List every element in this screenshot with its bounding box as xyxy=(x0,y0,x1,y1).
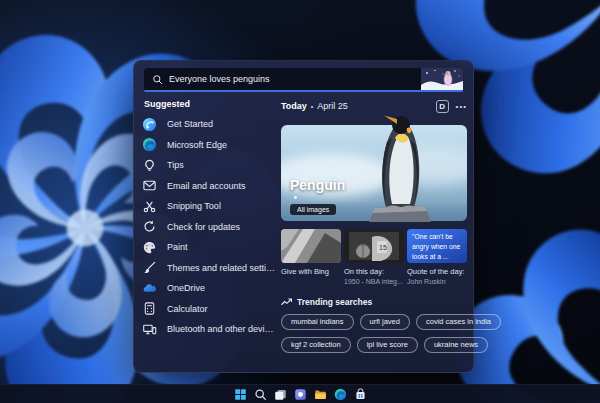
card-on-this-day[interactable]: 15 On this day: 1950 - NBA integ... xyxy=(344,229,404,286)
trending-chip[interactable]: urfi javed xyxy=(360,314,410,330)
suggested-item-label: Email and accounts xyxy=(167,181,246,191)
search-flyout-panel: Suggested Get Started Microsoft xyxy=(133,60,474,373)
tips-bulb-icon xyxy=(142,158,157,173)
hero-title: Penguin xyxy=(290,177,345,193)
suggested-item-label: Bluetooth and other devices sett... xyxy=(167,324,277,334)
calculator-icon xyxy=(142,301,157,316)
taskbar xyxy=(0,384,600,403)
updates-icon xyxy=(142,219,157,234)
trending-section: Trending searches mumbai indians urfi ja… xyxy=(281,297,467,353)
card-subcaption: 1950 - NBA integ... xyxy=(344,277,404,286)
card-caption: Give with Bing xyxy=(281,267,341,277)
quote-text: "One can't be angry when one looks at a … xyxy=(407,229,467,263)
suggested-item-label: OneDrive xyxy=(167,283,205,293)
themes-brush-icon xyxy=(142,260,157,275)
penguin-night-illustration xyxy=(421,68,463,91)
suggested-item-email-accounts[interactable]: Email and accounts xyxy=(142,179,280,193)
trending-chip-row: mumbai indians urfi javed covid cases in… xyxy=(281,314,467,330)
desktop: Suggested Get Started Microsoft xyxy=(0,0,600,403)
suggested-list: Get Started Microsoft Edge Tips xyxy=(142,117,280,336)
suggested-item-label: Themes and related settings xyxy=(167,263,277,273)
widgets-icon[interactable] xyxy=(294,388,307,401)
devices-icon xyxy=(142,322,157,337)
carousel-dot xyxy=(294,196,297,199)
trending-chip-row: kgf 2 collection ipl live score ukraine … xyxy=(281,337,467,353)
onedrive-cloud-icon xyxy=(142,281,157,296)
trending-chip[interactable]: kgf 2 collection xyxy=(281,337,351,353)
suggested-item-snipping-tool[interactable]: Snipping Tool xyxy=(142,199,280,213)
svg-text:15: 15 xyxy=(379,244,387,251)
suggested-item-label: Get Started xyxy=(167,119,213,129)
suggested-item-onedrive[interactable]: OneDrive xyxy=(142,281,280,295)
start-button[interactable] xyxy=(234,388,247,401)
get-started-icon xyxy=(142,117,157,132)
suggested-item-label: Paint xyxy=(167,242,188,252)
file-explorer-icon[interactable] xyxy=(314,388,327,401)
emperor-penguin-image xyxy=(359,112,441,224)
suggested-item-label: Microsoft Edge xyxy=(167,140,227,150)
taskbar-search-icon[interactable] xyxy=(254,388,267,401)
suggested-item-bluetooth-devices[interactable]: Bluetooth and other devices sett... xyxy=(142,322,280,336)
suggested-item-label: Calculator xyxy=(167,304,208,314)
more-options-icon[interactable]: ••• xyxy=(456,102,467,111)
suggested-item-label: Check for updates xyxy=(167,222,240,232)
suggested-item-check-updates[interactable]: Check for updates xyxy=(142,220,280,234)
task-view-icon[interactable] xyxy=(274,388,287,401)
today-separator: • xyxy=(311,103,313,110)
snipping-tool-icon xyxy=(142,199,157,214)
today-title: Today xyxy=(281,101,307,111)
store-icon[interactable] xyxy=(354,388,367,401)
trending-arrow-icon xyxy=(281,298,292,306)
trending-title: Trending searches xyxy=(297,297,372,307)
search-input[interactable] xyxy=(169,74,421,84)
trending-chip[interactable]: covid cases in india xyxy=(416,314,501,330)
on-this-day-image: 15 xyxy=(344,229,404,263)
card-caption: Quote of the day: xyxy=(407,267,467,277)
edge-icon xyxy=(142,137,157,152)
card-subcaption: John Ruskin xyxy=(407,277,467,286)
profile-badge[interactable]: D xyxy=(436,100,449,113)
paint-palette-icon xyxy=(142,240,157,255)
feed-cards-row: Give with Bing 15 xyxy=(281,229,467,286)
suggested-header: Suggested xyxy=(144,99,280,109)
card-give-with-bing[interactable]: Give with Bing xyxy=(281,229,341,286)
trending-chip[interactable]: mumbai indians xyxy=(281,314,354,330)
card-quote-of-the-day[interactable]: "One can't be angry when one looks at a … xyxy=(407,229,467,286)
suggested-item-tips[interactable]: Tips xyxy=(142,158,280,172)
all-images-button[interactable]: All images xyxy=(290,204,336,215)
today-header: Today • April 25 D ••• xyxy=(281,99,467,113)
today-date: April 25 xyxy=(317,101,348,111)
hero-penguin-card[interactable]: Penguin All images xyxy=(281,125,467,221)
suggested-item-themes[interactable]: Themes and related settings xyxy=(142,261,280,275)
suggested-item-get-started[interactable]: Get Started xyxy=(142,117,280,131)
search-box[interactable] xyxy=(144,68,463,92)
suggested-item-microsoft-edge[interactable]: Microsoft Edge xyxy=(142,138,280,152)
today-feed: Today • April 25 D ••• xyxy=(281,99,467,353)
search-icon xyxy=(152,74,163,85)
suggested-item-calculator[interactable]: Calculator xyxy=(142,302,280,316)
trending-chip[interactable]: ipl live score xyxy=(357,337,418,353)
trending-chip[interactable]: ukraine news xyxy=(424,337,488,353)
suggested-item-paint[interactable]: Paint xyxy=(142,240,280,254)
edge-taskbar-icon[interactable] xyxy=(334,388,347,401)
give-with-bing-image xyxy=(281,229,341,263)
trending-header: Trending searches xyxy=(281,297,467,307)
email-icon xyxy=(142,178,157,193)
suggested-item-label: Tips xyxy=(167,160,184,170)
suggested-item-label: Snipping Tool xyxy=(167,201,221,211)
suggested-section: Suggested Get Started Microsoft xyxy=(142,99,280,343)
card-caption: On this day: xyxy=(344,267,404,277)
